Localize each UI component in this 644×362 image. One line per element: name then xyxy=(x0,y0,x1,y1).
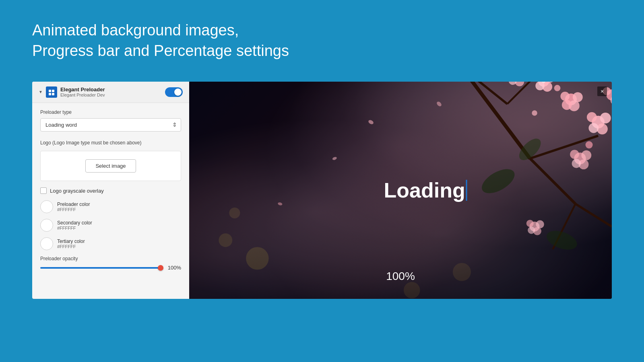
logo-grayscale-label: Logo grayscale overlay xyxy=(50,188,104,194)
secondary-color-hex: #FFFFFF xyxy=(57,226,92,230)
select-image-button[interactable]: Select image xyxy=(85,159,136,173)
preview-panel: × Loading 100% xyxy=(189,82,612,299)
panel-title: Elegant Preloader xyxy=(60,86,105,93)
loading-text-display: Loading xyxy=(384,178,467,202)
tertiary-color-info: Tertiary color #FFFFFF xyxy=(57,239,85,249)
loading-percent-display: 100% xyxy=(386,270,415,283)
collapse-arrow-icon[interactable]: ▼ xyxy=(39,90,43,94)
panel-title-group: Elegant Preloader Elegant Preloader Dev xyxy=(60,86,105,97)
loading-cursor xyxy=(466,180,467,201)
preloader-type-select[interactable]: Loading word xyxy=(40,118,181,132)
select-image-area: Select image xyxy=(40,151,181,181)
logo-grayscale-checkbox[interactable] xyxy=(40,187,47,194)
svg-rect-1 xyxy=(52,90,54,92)
secondary-color-swatch[interactable] xyxy=(40,219,53,232)
preview-close-button[interactable]: × xyxy=(597,86,607,96)
page-title: Animated background images, Progress bar… xyxy=(32,20,612,62)
secondary-color-label: Secondary color xyxy=(57,220,92,226)
toggle-track xyxy=(165,87,183,97)
svg-rect-2 xyxy=(49,93,51,95)
opacity-label: Preloader opacity xyxy=(40,256,181,261)
settings-panel: ▼ Elegant Preloader Elegant Preloader De… xyxy=(32,82,189,299)
tertiary-color-hex: #FFFFFF xyxy=(57,244,85,249)
preloader-type-wrapper: Loading word ⇕ xyxy=(40,118,181,132)
header-section: Animated background images, Progress bar… xyxy=(0,0,644,74)
opacity-slider-thumb[interactable] xyxy=(158,265,163,271)
tertiary-color-label: Tertiary color xyxy=(57,239,85,244)
preloader-color-row: Preloader color #FFFFFF xyxy=(40,200,181,213)
plugin-icon-svg xyxy=(48,89,55,95)
preloader-color-swatch[interactable] xyxy=(40,200,53,213)
preloader-type-label: Preloader type xyxy=(40,109,181,115)
tertiary-color-swatch[interactable] xyxy=(40,237,53,250)
main-content: ▼ Elegant Preloader Elegant Preloader De… xyxy=(0,74,644,307)
opacity-value: 100% xyxy=(167,265,181,271)
preloader-color-hex: #FFFFFF xyxy=(57,207,90,212)
svg-rect-0 xyxy=(49,90,51,92)
logo-grayscale-row: Logo grayscale overlay xyxy=(40,187,181,194)
secondary-color-row: Secondary color #FFFFFF xyxy=(40,219,181,232)
panel-header-left: ▼ Elegant Preloader Elegant Preloader De… xyxy=(39,86,105,98)
svg-rect-3 xyxy=(52,93,54,95)
preloader-color-info: Preloader color #FFFFFF xyxy=(57,202,90,212)
secondary-color-info: Secondary color #FFFFFF xyxy=(57,220,92,230)
panel-subtitle: Elegant Preloader Dev xyxy=(60,93,105,97)
opacity-slider-track[interactable] xyxy=(40,267,163,269)
plugin-icon xyxy=(46,86,57,98)
preloader-color-label: Preloader color xyxy=(57,202,90,207)
panel-body: Preloader type Loading word ⇕ Logo (Logo… xyxy=(32,103,189,278)
opacity-slider-row: 100% xyxy=(40,265,181,271)
logo-label: Logo (Logo Image type must be chosen abo… xyxy=(40,140,181,146)
loading-word: Loading xyxy=(384,178,465,202)
tertiary-color-row: Tertiary color #FFFFFF xyxy=(40,237,181,250)
toggle-thumb xyxy=(174,88,182,96)
plugin-toggle[interactable] xyxy=(165,87,183,97)
panel-header: ▼ Elegant Preloader Elegant Preloader De… xyxy=(32,82,189,103)
